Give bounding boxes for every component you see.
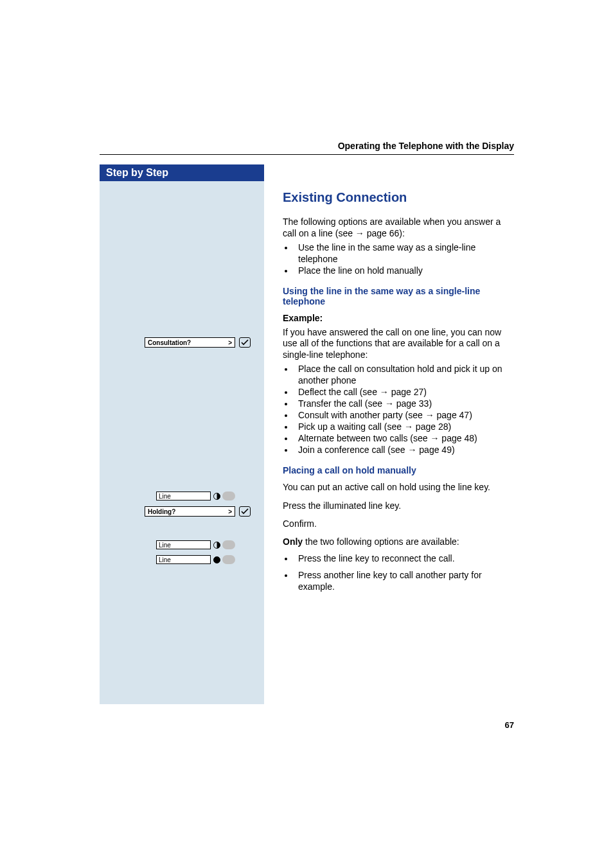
- only-line: Only the two following options are avail…: [283, 536, 514, 547]
- line-key-half-lit-2: Line: [156, 540, 235, 549]
- list-item: Transfer the call (see → page 33): [294, 398, 514, 410]
- options-list: Press the line key to reconnect the call…: [294, 553, 514, 593]
- hold-intro: You can put an active call on hold using…: [283, 482, 514, 493]
- list-item: Deflect the call (see → page 27): [294, 387, 514, 398]
- page: Operating the Telephone with the Display…: [0, 0, 613, 868]
- xref-link[interactable]: page 27: [391, 387, 424, 397]
- led-half-icon: [213, 493, 220, 500]
- example-intro: If you have answered the call on one lin…: [283, 327, 514, 362]
- svg-point-2: [214, 556, 220, 563]
- line-key-label: Line: [156, 555, 211, 564]
- xref-link[interactable]: page 28: [416, 421, 449, 432]
- section-heading: Existing Connection: [283, 190, 514, 205]
- xref-link[interactable]: page 48: [441, 433, 474, 443]
- led-full-icon: [213, 556, 220, 563]
- list-item: Press another line key to call another p…: [294, 570, 514, 593]
- ok-button-icon: [239, 506, 251, 517]
- keycap-icon: [222, 492, 235, 500]
- xref-link[interactable]: page 66: [367, 228, 400, 238]
- xref-link[interactable]: page 49: [419, 445, 452, 455]
- example-label: Example:: [283, 313, 514, 323]
- arrow-icon: →: [385, 398, 396, 409]
- arrow-icon: →: [380, 387, 391, 397]
- list-item: Use the line in the same way as a single…: [294, 242, 514, 265]
- chevron-right-icon: >: [228, 339, 232, 346]
- line-key-full-lit: Line: [156, 555, 235, 564]
- subsection-heading-2: Placing a call on hold manually: [283, 465, 514, 475]
- list-item: Join a conference call (see → page 49): [294, 445, 514, 456]
- led-half-icon: [213, 542, 220, 549]
- arrow-icon: →: [407, 445, 419, 455]
- chevron-right-icon: >: [228, 508, 232, 515]
- intro-tail: ):: [399, 228, 405, 238]
- subsection-heading: Using the line in the same way as a sing…: [283, 286, 514, 306]
- page-number: 67: [505, 720, 514, 730]
- running-header: Operating the Telephone with the Display: [338, 141, 514, 151]
- prompt-text: Holding?: [148, 508, 175, 515]
- prompt-text: Consultation?: [148, 339, 191, 346]
- display-prompt-consultation: Consultation? >: [145, 337, 251, 350]
- confirm-text: Confirm.: [283, 518, 514, 530]
- xref-link[interactable]: page 33: [396, 398, 429, 409]
- sidebar-title: Step by Step: [100, 164, 264, 181]
- arrow-icon: →: [355, 228, 367, 238]
- line-key-half-lit: Line: [156, 492, 235, 500]
- arrow-icon: →: [404, 421, 416, 432]
- press-illuminated: Press the illuminated line key.: [283, 500, 514, 512]
- sidebar: Step by Step Consultation? > Line Holdin…: [100, 164, 264, 704]
- list-item: Place the line on hold manually: [294, 265, 514, 277]
- ok-button-icon: [239, 337, 251, 348]
- line-key-label: Line: [156, 492, 211, 500]
- list-item: Place the call on consultation hold and …: [294, 364, 514, 387]
- keycap-icon: [222, 540, 235, 549]
- only-rest: the two following options are available:: [303, 536, 459, 547]
- display-prompt-holding: Holding? >: [145, 506, 251, 519]
- only-word: Only: [283, 536, 303, 547]
- intro-bullets: Use the line in the same way as a single…: [294, 242, 514, 277]
- line-key-label: Line: [156, 540, 211, 549]
- arrow-icon: →: [425, 410, 437, 420]
- list-item: Pick up a waiting call (see → page 28): [294, 421, 514, 433]
- xref-link[interactable]: page 47: [437, 410, 470, 420]
- list-item: Consult with another party (see → page 4…: [294, 410, 514, 421]
- header-rule: [100, 154, 514, 155]
- main-content: Existing Connection The following option…: [283, 164, 514, 599]
- list-item: Press the line key to reconnect the call…: [294, 553, 514, 565]
- list-item: Alternate between two calls (see → page …: [294, 433, 514, 445]
- keycap-icon: [222, 555, 235, 564]
- arrow-icon: →: [430, 433, 441, 443]
- example-bullets: Place the call on consultation hold and …: [294, 364, 514, 456]
- intro-paragraph: The following options are available when…: [283, 217, 514, 240]
